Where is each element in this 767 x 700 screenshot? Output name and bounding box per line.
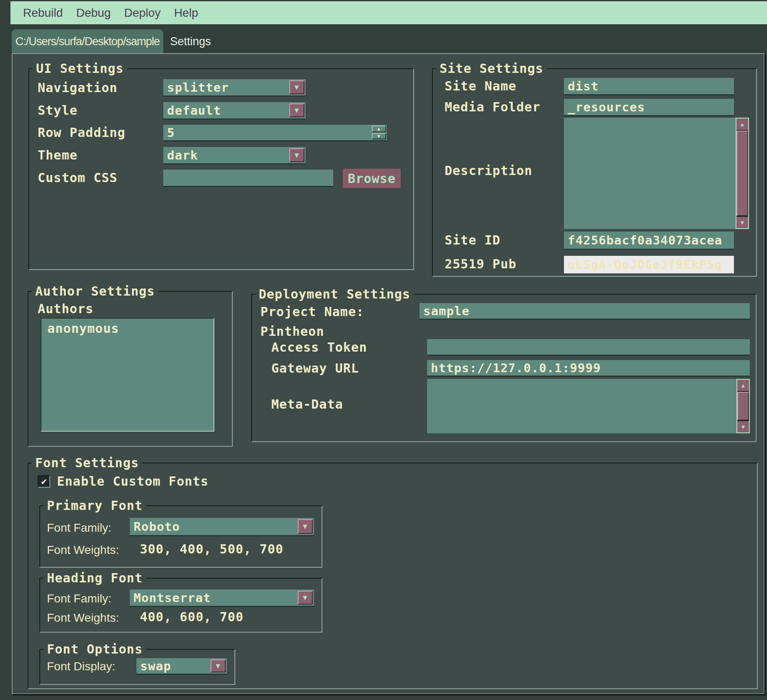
site-id-input[interactable]: f4256bacf0a34073acea xyxy=(564,232,734,250)
menu-rebuild[interactable]: Rebuild xyxy=(16,6,69,20)
media-folder-label: Media Folder xyxy=(445,100,541,114)
media-folder-value: _resources xyxy=(568,100,645,114)
font-display-combobox[interactable]: swap ▼ xyxy=(136,658,227,675)
gateway-url-label: Gateway URL xyxy=(271,361,359,376)
spin-up-icon[interactable]: ▲ xyxy=(372,126,386,132)
row-padding-value: 5 xyxy=(167,126,175,140)
chevron-down-icon[interactable]: ▼ xyxy=(289,148,304,162)
gateway-url-input[interactable]: https://127.0.0.1:9999 xyxy=(427,360,750,377)
font-options-title: Font Options xyxy=(44,642,146,656)
meta-data-scrollbar[interactable]: ▲ ▼ xyxy=(736,379,750,433)
project-name-input[interactable]: sample xyxy=(420,303,750,320)
primary-font-family-combobox[interactable]: Roboto ▼ xyxy=(130,518,314,536)
authors-label: Authors xyxy=(38,302,93,316)
pub-key-input[interactable]: uLSgA-QoJOGeJf9EkP5q xyxy=(564,256,734,273)
spinner-buttons: ▲ ▼ xyxy=(372,126,386,139)
site-name-value: dist xyxy=(568,79,599,93)
project-name-label: Project Name: xyxy=(260,305,364,319)
row-padding-spinbox[interactable]: 5 ▲ ▼ xyxy=(163,125,387,142)
font-display-value: swap xyxy=(140,659,171,673)
settings-panel: UI Settings Navigation splitter ▼ Style … xyxy=(12,53,764,694)
pub-key-value: uLSgA-QoJOGeJf9EkP5q xyxy=(568,257,722,272)
menu-bar: Rebuild Debug Deploy Help xyxy=(10,1,767,24)
heading-font-family-value: Montserrat xyxy=(134,591,211,605)
primary-font-weights-label: Font Weights: xyxy=(47,543,119,557)
deployment-settings-title: Deployment Settings xyxy=(255,287,414,301)
scroll-up-icon[interactable]: ▲ xyxy=(737,380,749,392)
navigation-value: splitter xyxy=(167,80,229,95)
custom-css-input[interactable] xyxy=(163,170,333,187)
primary-font-group: Primary Font xyxy=(39,505,322,568)
description-scrollbar[interactable]: ▲ ▼ xyxy=(736,118,749,229)
menu-help[interactable]: Help xyxy=(167,6,205,20)
check-icon: ✔ xyxy=(41,477,46,486)
chevron-down-icon[interactable]: ▼ xyxy=(298,591,313,605)
primary-font-family-label: Font Family: xyxy=(47,521,111,535)
chevron-down-icon[interactable]: ▼ xyxy=(289,80,304,94)
scroll-down-icon[interactable]: ▼ xyxy=(736,216,748,228)
site-id-value: f4256bacf0a34073acea xyxy=(568,233,722,247)
scrollbar-thumb[interactable] xyxy=(737,392,749,420)
project-name-value: sample xyxy=(423,304,470,318)
pub-key-label: 25519 Pub xyxy=(445,257,517,271)
enable-custom-fonts-label: Enable Custom Fonts xyxy=(57,474,208,489)
spin-down-icon[interactable]: ▼ xyxy=(372,133,386,140)
font-display-label: Font Display: xyxy=(47,659,115,674)
authors-listbox[interactable]: anonymous xyxy=(41,318,214,432)
scrollbar-thumb[interactable] xyxy=(736,131,748,216)
tab-project-path[interactable]: C:/Users/surfa/Desktop/sample xyxy=(12,29,163,54)
chevron-down-icon[interactable]: ▼ xyxy=(298,519,313,534)
pintheon-label: Pintheon xyxy=(260,324,324,339)
access-token-input[interactable] xyxy=(427,339,750,356)
access-token-label: Access Token xyxy=(271,340,367,355)
description-label: Description xyxy=(445,164,533,178)
primary-font-title: Primary Font xyxy=(44,499,146,513)
tab-settings[interactable]: Settings xyxy=(164,30,217,53)
enable-custom-fonts-checkbox[interactable]: ✔ xyxy=(38,475,50,488)
row-padding-label: Row Padding xyxy=(38,126,126,140)
chevron-down-icon[interactable]: ▼ xyxy=(289,103,304,117)
navigation-combobox[interactable]: splitter ▼ xyxy=(163,79,306,97)
gateway-url-value: https://127.0.0.1:9999 xyxy=(431,361,601,375)
site-settings-title: Site Settings xyxy=(436,62,547,76)
site-name-label: Site Name xyxy=(445,79,517,93)
list-item[interactable]: anonymous xyxy=(41,319,214,338)
description-textarea[interactable]: ▲ ▼ xyxy=(564,118,749,229)
custom-css-label: Custom CSS xyxy=(38,171,118,185)
site-name-input[interactable]: dist xyxy=(564,78,734,95)
meta-data-label: Meta-Data xyxy=(271,397,343,412)
navigation-label: Navigation xyxy=(38,81,118,95)
meta-data-textarea[interactable]: ▲ ▼ xyxy=(427,379,750,433)
style-value: default xyxy=(167,103,221,118)
site-id-label: Site ID xyxy=(445,233,500,247)
heading-font-title: Heading Font xyxy=(44,571,146,585)
heading-font-weights-value: 400, 600, 700 xyxy=(140,610,244,624)
heading-font-family-combobox[interactable]: Montserrat ▼ xyxy=(130,589,314,607)
heading-font-weights-label: Font Weights: xyxy=(47,611,119,625)
media-folder-input[interactable]: _resources xyxy=(564,99,734,116)
heading-font-family-label: Font Family: xyxy=(47,592,111,606)
theme-label: Theme xyxy=(38,148,77,162)
browse-button[interactable]: Browse xyxy=(343,169,401,188)
font-settings-title: Font Settings xyxy=(32,456,142,470)
menu-debug[interactable]: Debug xyxy=(69,6,118,20)
ui-settings-title: UI Settings xyxy=(33,62,127,76)
author-settings-title: Author Settings xyxy=(32,284,158,299)
menu-deploy[interactable]: Deploy xyxy=(117,6,167,20)
primary-font-weights-value: 300, 400, 500, 700 xyxy=(140,542,283,556)
app-window: Rebuild Debug Deploy Help C:/Users/surfa… xyxy=(0,0,767,700)
scroll-up-icon[interactable]: ▲ xyxy=(736,118,748,131)
primary-font-family-value: Roboto xyxy=(134,520,180,534)
style-label: Style xyxy=(38,103,77,118)
theme-value: dark xyxy=(167,148,198,162)
chevron-down-icon[interactable]: ▼ xyxy=(211,659,226,672)
style-combobox[interactable]: default ▼ xyxy=(163,102,306,120)
scroll-down-icon[interactable]: ▼ xyxy=(737,420,749,432)
theme-combobox[interactable]: dark ▼ xyxy=(163,147,306,165)
